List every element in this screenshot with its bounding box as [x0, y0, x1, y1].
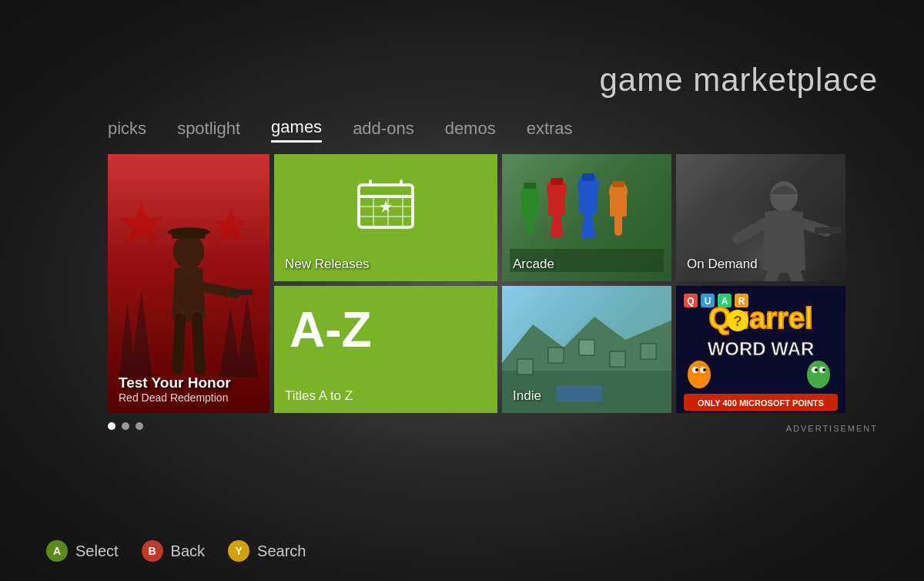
svg-rect-29 [551, 178, 563, 185]
svg-rect-55 [610, 351, 625, 367]
svg-point-77 [703, 368, 706, 371]
main-nav: picks spotlight games add-ons demos extr… [108, 114, 573, 143]
tile-arcade[interactable]: Arcade [502, 154, 671, 281]
tile-quarrel[interactable]: Q U A R Quarrel ? WORD WAR ONLY 400 MICR… [676, 286, 845, 413]
page-title: game marketplace [600, 62, 879, 99]
button-bar: A Select B Back Y Search [46, 540, 306, 562]
tile-new-releases[interactable]: New Releases [274, 154, 497, 281]
new-releases-label: New Releases [285, 257, 370, 272]
nav-item-games[interactable]: games [271, 114, 322, 143]
svg-text:Q: Q [687, 296, 694, 307]
quarrel-background: Q U A R Quarrel ? WORD WAR ONLY 400 MICR… [676, 286, 845, 413]
indie-label: Indie [513, 388, 541, 404]
svg-text:?: ? [734, 314, 742, 329]
svg-line-36 [588, 213, 591, 235]
nav-item-picks[interactable]: picks [108, 116, 146, 142]
rdr-title: Test Your Honor [119, 374, 231, 391]
tile-indie[interactable]: Indie [502, 286, 671, 413]
button-a-circle: A [46, 540, 68, 562]
svg-line-21 [178, 319, 181, 369]
advertisement-label: ADVERTISEMENT [786, 424, 878, 433]
svg-point-80 [815, 368, 818, 371]
svg-point-75 [695, 368, 698, 371]
dot-3 [136, 422, 143, 430]
svg-point-82 [822, 368, 825, 371]
tile-az[interactable]: A-Z Titles A to Z [274, 286, 497, 413]
button-y-label: Search [257, 542, 306, 560]
svg-line-31 [557, 216, 559, 233]
button-a-key: A [53, 545, 61, 557]
svg-rect-20 [230, 290, 253, 295]
svg-point-78 [807, 361, 830, 388]
nav-item-spotlight[interactable]: spotlight [177, 116, 240, 142]
svg-rect-53 [548, 348, 564, 363]
az-icon: A-Z [290, 301, 372, 358]
button-y-circle: Y [228, 540, 249, 562]
svg-line-48 [793, 270, 798, 281]
svg-point-73 [688, 361, 711, 388]
svg-text:ONLY 400 MICROSOFT POINTS: ONLY 400 MICROSOFT POINTS [698, 398, 824, 408]
ondemand-label: On Demand [687, 257, 758, 272]
svg-rect-56 [641, 344, 656, 359]
new-releases-icon [355, 177, 417, 243]
svg-rect-52 [517, 359, 533, 374]
svg-rect-57 [556, 386, 602, 401]
svg-point-18 [167, 228, 209, 237]
dot-2 [122, 422, 129, 430]
svg-rect-34 [582, 173, 594, 181]
pagination-dots [108, 422, 143, 430]
button-b-key: B [149, 545, 156, 557]
tile-red-dead[interactable]: Test Your Honor Red Dead Redemption [108, 154, 270, 413]
games-grid: New Releases [108, 154, 845, 413]
button-b-item: B Back [142, 540, 205, 562]
svg-line-22 [197, 319, 200, 369]
dot-1 [108, 422, 116, 430]
arcade-label: Arcade [513, 257, 554, 272]
svg-text:WORD WAR: WORD WAR [708, 338, 815, 359]
rdr-subtitle: Red Dead Redemption [119, 391, 228, 404]
button-a-item: A Select [46, 540, 119, 562]
nav-item-extras[interactable]: extras [527, 116, 573, 142]
button-b-circle: B [142, 540, 163, 562]
button-y-item: Y Search [228, 540, 306, 562]
svg-rect-54 [579, 340, 594, 355]
button-a-label: Select [75, 542, 119, 560]
svg-point-16 [173, 234, 205, 270]
svg-rect-25 [524, 183, 536, 189]
nav-item-addons[interactable]: add-ons [353, 116, 414, 142]
button-b-label: Back [171, 542, 205, 560]
nav-item-demos[interactable]: demos [445, 116, 496, 142]
tile-on-demand[interactable]: On Demand [676, 154, 845, 281]
svg-text:Quarrel: Quarrel [708, 302, 812, 334]
svg-rect-46 [815, 227, 842, 233]
svg-rect-39 [612, 181, 624, 187]
svg-line-47 [770, 270, 775, 281]
az-label: Titles A to Z [285, 388, 353, 404]
button-y-key: Y [235, 545, 242, 557]
